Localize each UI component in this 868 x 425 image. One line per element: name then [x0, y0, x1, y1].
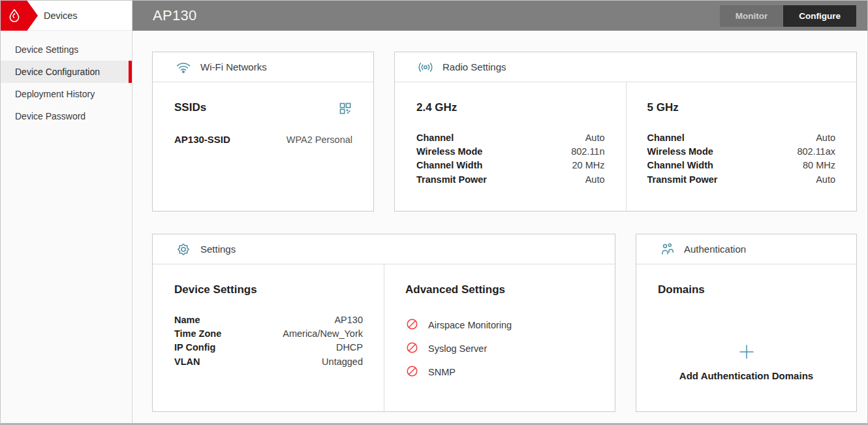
page-title: AP130 [153, 7, 197, 24]
sidebar-header: Devices [1, 1, 132, 31]
setting-label: Channel [647, 133, 685, 143]
radio-setting-row: Channel Auto [647, 131, 836, 144]
radio-setting-row: Wireless Mode 802.11n [416, 144, 605, 158]
device-setting-row: VLAN Untagged [174, 354, 363, 368]
advanced-settings-section: Advanced Settings Airspace Monitoring [384, 264, 615, 411]
setting-value: Untagged [322, 356, 363, 367]
advanced-setting-item: Airspace Monitoring [405, 313, 594, 337]
sidebar-item-device-password[interactable]: Device Password [1, 105, 132, 127]
setting-value: 802.11n [571, 146, 604, 157]
device-setting-row: IP Config DHCP [174, 341, 363, 354]
radio-setting-row: Channel Width 20 MHz [416, 159, 605, 172]
users-icon [659, 242, 675, 257]
setting-label: Time Zone [174, 328, 221, 339]
band-heading: 2.4 GHz [416, 101, 605, 114]
setting-value: 80 MHz [803, 160, 835, 170]
ssid-name: AP130-SSID [174, 134, 230, 145]
ssids-heading: SSIDs [174, 101, 206, 114]
prohibited-icon [405, 317, 419, 334]
settings-card-title: Settings [200, 244, 236, 255]
plus-icon [738, 351, 755, 362]
device-settings-heading: Device Settings [174, 283, 363, 296]
setting-label: Wireless Mode [647, 146, 713, 157]
setting-value: Auto [585, 174, 605, 185]
setting-value: 20 MHz [572, 160, 605, 170]
radio-settings-card: Radio Settings 2.4 GHz Channel Auto Wire… [394, 52, 857, 212]
setting-value: Auto [816, 174, 835, 185]
setting-value: Auto [816, 133, 835, 143]
radio-setting-row: Transmit Power Auto [416, 172, 605, 186]
authentication-card: Authentication Domains Add Authenticatio… [636, 234, 857, 412]
prohibited-icon [405, 364, 419, 381]
setting-label: Wireless Mode [416, 146, 482, 157]
prohibited-icon [405, 341, 419, 357]
wifi-card-title: Wi-Fi Networks [200, 61, 267, 72]
setting-label: Channel [416, 133, 454, 143]
wifi-card-header[interactable]: Wi-Fi Networks [153, 52, 373, 82]
band-5ghz-section: 5 GHz Channel Auto Wireless Mode 802.11a… [626, 82, 857, 211]
wifi-networks-card: Wi-Fi Networks SSIDs [152, 52, 374, 212]
setting-label: Channel Width [647, 160, 713, 170]
setting-value: Auto [585, 133, 605, 143]
configure-button[interactable]: Configure [783, 5, 856, 27]
ssid-row[interactable]: AP130-SSID WPA2 Personal [174, 134, 352, 145]
wifi-icon [175, 59, 192, 75]
add-domains-label: Add Authentication Domains [636, 370, 856, 381]
radio-card-header[interactable]: Radio Settings [395, 52, 856, 82]
device-setting-row: Name AP130 [174, 313, 363, 326]
radio-card-body: 2.4 GHz Channel Auto Wireless Mode 802.1… [395, 82, 856, 211]
add-authentication-domains-button[interactable]: Add Authentication Domains [636, 343, 856, 381]
radio-setting-row: Channel Width 80 MHz [647, 159, 836, 172]
advanced-settings-heading: Advanced Settings [405, 283, 594, 296]
setting-value: America/New_York [283, 328, 363, 339]
setting-value: AP130 [334, 315, 363, 325]
sidebar-item-deployment-history[interactable]: Deployment History [1, 83, 132, 105]
advanced-setting-label: SNMP [428, 367, 456, 377]
topbar: AP130 Monitor Configure [132, 1, 867, 31]
advanced-setting-label: Syslog Server [428, 343, 487, 354]
setting-label: Name [174, 315, 200, 325]
sidebar-nav: Device Settings Device Configuration Dep… [1, 39, 132, 127]
settings-card: Settings Device Settings Name AP130 Time… [152, 234, 615, 412]
mode-switch: Monitor Configure [720, 5, 856, 27]
brand-logo[interactable] [1, 1, 38, 31]
settings-card-body: Device Settings Name AP130 Time Zone Ame… [153, 264, 615, 411]
sidebar: Devices Device Settings Device Configura… [1, 1, 132, 423]
setting-label: VLAN [174, 356, 200, 367]
setting-label: Channel Width [416, 160, 482, 170]
radio-waves-icon [417, 59, 434, 75]
auth-card-body: Domains Add Authentication Domains [636, 283, 856, 425]
advanced-setting-item: Syslog Server [405, 337, 594, 360]
setting-label: Transmit Power [647, 174, 718, 185]
radio-card-title: Radio Settings [442, 61, 506, 72]
qr-grid-icon[interactable] [338, 101, 352, 118]
advanced-setting-item: SNMP [405, 360, 594, 384]
setting-value: 802.11ax [797, 146, 835, 157]
setting-label: IP Config [174, 342, 215, 353]
settings-card-header[interactable]: Settings [153, 234, 615, 264]
band-24ghz-section: 2.4 GHz Channel Auto Wireless Mode 802.1… [395, 82, 626, 211]
monitor-button[interactable]: Monitor [720, 5, 784, 27]
app-window: Devices Device Settings Device Configura… [0, 0, 868, 425]
radio-setting-row: Transmit Power Auto [647, 172, 836, 186]
device-setting-row: Time Zone America/New_York [174, 326, 363, 340]
sidebar-item-device-settings[interactable]: Device Settings [1, 39, 132, 61]
radio-setting-row: Channel Auto [416, 131, 605, 144]
setting-label: Transmit Power [416, 174, 487, 185]
advanced-setting-label: Airspace Monitoring [428, 320, 512, 330]
domains-heading: Domains [658, 283, 835, 296]
setting-value: DHCP [336, 342, 363, 353]
gear-icon [175, 242, 192, 257]
radio-setting-row: Wireless Mode 802.11ax [647, 144, 836, 158]
wifi-card-body: SSIDs AP130-SSID WPA2 Pe [153, 101, 373, 230]
sidebar-item-device-configuration[interactable]: Device Configuration [1, 61, 132, 83]
band-heading: 5 GHz [647, 101, 836, 114]
auth-card-title: Authentication [684, 244, 746, 255]
auth-card-header[interactable]: Authentication [636, 234, 856, 264]
ssid-security: WPA2 Personal [287, 134, 352, 145]
device-settings-section: Device Settings Name AP130 Time Zone Ame… [153, 264, 384, 411]
sidebar-title: Devices [44, 1, 78, 31]
